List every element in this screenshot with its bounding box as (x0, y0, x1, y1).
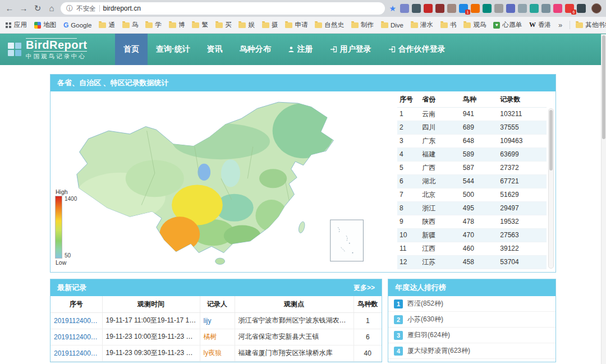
reload-icon[interactable]: ↻ (33, 0, 43, 17)
nav-item-1[interactable]: 首页 (115, 34, 148, 65)
province-cell-species: 500 (461, 188, 498, 201)
login-icon (388, 46, 396, 53)
page-scrollbar[interactable] (601, 34, 606, 364)
bookmarks-overflow-chevron[interactable]: » (558, 21, 562, 29)
extension-icon[interactable] (471, 4, 480, 13)
bookmark-item[interactable]: 博 (169, 21, 185, 29)
site-logo[interactable]: BirdReport 中国观鸟记录中心 (0, 34, 115, 65)
province-table: 序号省份鸟种记录数 1云南9411032112四川689375553广东6481… (397, 93, 547, 269)
more-link[interactable]: 更多>> (354, 283, 375, 293)
province-table-header-row: 序号省份鸟种记录数 (397, 93, 547, 107)
extension-icon[interactable]: 6 (565, 4, 574, 13)
bookmark-item[interactable]: 娱 (238, 21, 255, 29)
extension-icon[interactable] (435, 4, 444, 13)
nav-item-label: 资讯 (207, 44, 223, 54)
bookmark-label: 买 (225, 21, 232, 29)
nav-item-6[interactable]: 用户登录 (322, 34, 380, 65)
bookmark-item[interactable]: ♥心愿单 (493, 21, 522, 29)
back-icon[interactable]: ← (4, 0, 15, 17)
extension-icon[interactable] (424, 4, 433, 13)
nav-item-5[interactable]: 注册 (279, 34, 322, 65)
bookmark-item[interactable]: GGoogle (63, 21, 91, 29)
record-id-link[interactable]: 2019112400003 (50, 329, 102, 345)
province-table-scrollbar[interactable] (548, 108, 554, 269)
extension-icon[interactable] (506, 4, 515, 13)
province-cell-index: 3 (397, 134, 420, 148)
province-cell-species: 478 (461, 215, 498, 228)
bookmark-item[interactable]: 自然史 (315, 21, 344, 29)
map-legend: High 1400 50 Low (55, 188, 77, 266)
province-cell-index: 9 (397, 215, 420, 228)
extension-icon[interactable]: 1 (459, 4, 468, 13)
bookmark-item[interactable]: 应用 (6, 21, 27, 29)
other-bookmarks[interactable]: 其他书签 (570, 21, 606, 29)
extension-icon[interactable] (494, 4, 503, 13)
bookmark-item[interactable]: Dive (381, 22, 403, 29)
bookmark-item[interactable]: 潜水 (411, 21, 433, 29)
china-choropleth-map[interactable] (53, 94, 389, 269)
south-china-sea-inset (330, 220, 364, 261)
ranking-item[interactable]: 4厦大绿野凌霄(623种) (388, 343, 556, 359)
nav-item-4[interactable]: 鸟种分布 (231, 34, 279, 65)
extension-icon[interactable] (518, 4, 527, 13)
address-bar[interactable]: ⓘ 不安全 birdreport.cn (61, 2, 385, 15)
bookmark-label: 娱 (248, 21, 255, 29)
extension-icon[interactable] (541, 4, 550, 13)
latest-panel-header: 最新记录 更多>> (50, 279, 382, 296)
bookmark-label: 摄 (272, 21, 278, 29)
bookmark-item[interactable]: 通 (99, 21, 115, 29)
page-container: 各省、自治区 、特区记录数据统计 (50, 74, 556, 362)
extension-icon[interactable] (412, 4, 421, 13)
extension-icon[interactable] (553, 4, 562, 13)
bookmark-item[interactable]: 买 (215, 21, 232, 29)
province-cell-species: 470 (461, 228, 498, 242)
bookmark-item[interactable]: 摄 (262, 21, 278, 29)
bookmark-item[interactable]: 申请 (285, 21, 307, 29)
info-icon[interactable]: ⓘ (66, 4, 73, 13)
observation-time: 19-11-23 09:30至19-11-23 12:30 (102, 345, 200, 361)
extension-icon[interactable] (400, 4, 409, 13)
map-icon (34, 22, 41, 29)
legend-high-value: 1400 (65, 196, 77, 202)
record-id-link[interactable]: 2019112400004 (50, 312, 102, 329)
observation-time: 19-11-17 11:00至19-11-17 12:00 (102, 312, 200, 329)
latest-records-table: 序号观测时间记录人观测点鸟种数 201911240000419-11-17 11… (50, 296, 382, 362)
bookmark-star-icon[interactable]: ★ (389, 4, 396, 13)
extension-icon[interactable] (447, 4, 456, 13)
bookmark-item[interactable]: 鸟 (122, 21, 139, 29)
china-map-area: High 1400 50 Low (50, 91, 394, 272)
recorder-link[interactable]: 橘树 (200, 329, 235, 345)
extension-icon[interactable] (577, 4, 586, 13)
bookmark-item[interactable]: 书 (440, 21, 457, 29)
province-table-scroll-thumb[interactable] (549, 110, 553, 171)
nav-item-2[interactable]: 查询·统计 (148, 34, 199, 65)
home-icon[interactable]: ⌂ (47, 0, 57, 17)
extension-icon[interactable] (483, 4, 492, 13)
bookmark-item[interactable]: 观鸟 (463, 21, 486, 29)
ranking-item[interactable]: 2小苏(630种) (388, 312, 556, 328)
nav-item-3[interactable]: 资讯 (199, 34, 231, 65)
latest-record-row: 201911240000319-11-23 10:00至19-11-23 12:… (50, 329, 382, 345)
bookmark-item[interactable]: 繁 (192, 21, 208, 29)
bookmark-item[interactable]: W香港 (529, 21, 551, 29)
bookmark-item[interactable]: 地图 (34, 21, 56, 29)
profile-avatar[interactable] (591, 3, 602, 13)
bookmark-item[interactable]: 学 (145, 21, 162, 29)
latest-table-body: 201911240000419-11-17 11:00至19-11-17 12:… (50, 312, 382, 361)
province-cell-records: 103211 (498, 107, 547, 121)
bookmark-item[interactable]: 制作 (351, 21, 374, 29)
ranking-item[interactable]: 1西滢(852种) (388, 296, 556, 312)
nav-item-7[interactable]: 合作伙伴登录 (380, 34, 454, 65)
extension-icon[interactable] (530, 4, 539, 13)
page-scroll-thumb[interactable] (602, 35, 605, 139)
province-row: 7北京50051629 (397, 188, 547, 201)
ranking-label: 雁归羽(624种) (407, 330, 450, 340)
recorder-link[interactable]: lijy (200, 312, 235, 329)
recorder-link[interactable]: ly夜狼 (200, 345, 235, 361)
forward-icon[interactable]: → (19, 0, 29, 17)
folder-icon (122, 22, 130, 28)
province-cell-species: 648 (461, 134, 498, 148)
province-cell-province: 江西 (420, 242, 461, 255)
ranking-item[interactable]: 3雁归羽(624种) (388, 328, 556, 343)
record-id-link[interactable]: 2019112400002 (50, 345, 102, 361)
